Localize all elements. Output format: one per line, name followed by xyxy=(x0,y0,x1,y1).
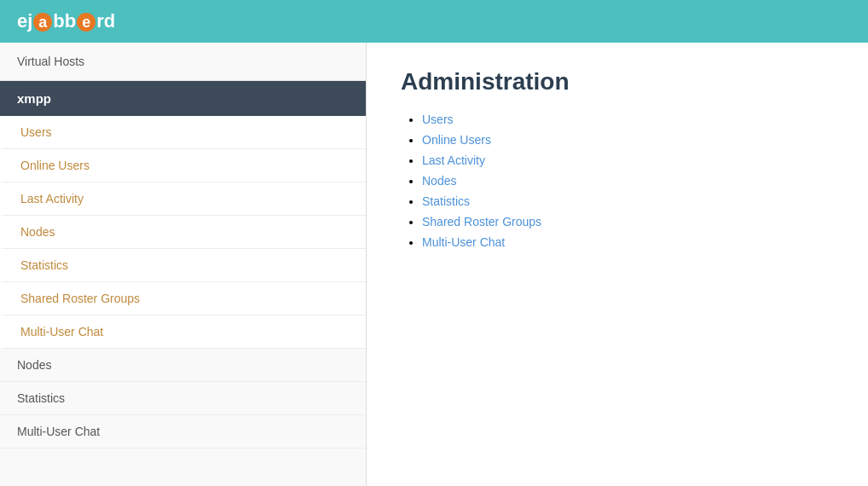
xmpp-section-header[interactable]: xmpp xyxy=(0,81,366,116)
list-item-users: Users xyxy=(422,113,834,126)
sidebar-item-users[interactable]: Users xyxy=(0,116,366,149)
sidebar-item-last-activity[interactable]: Last Activity xyxy=(0,182,366,216)
logo: ejabberd xyxy=(17,10,115,32)
list-item-online-users: Online Users xyxy=(422,133,834,147)
sidebar-item-online-users[interactable]: Online Users xyxy=(0,149,366,182)
sidebar-item-statistics-plain-label: Statistics xyxy=(17,391,65,405)
logo-circle-e-icon: e xyxy=(77,13,95,32)
page-title: Administration xyxy=(401,68,834,95)
list-item-statistics: Statistics xyxy=(422,194,834,208)
sidebar-item-shared-roster-groups-label: Shared Roster Groups xyxy=(20,292,140,305)
sidebar-item-multi-user-chat-plain-label: Multi-User Chat xyxy=(17,425,100,438)
sidebar-item-statistics-label: Statistics xyxy=(20,258,68,272)
online-users-link[interactable]: Online Users xyxy=(422,133,491,147)
admin-links-list: Users Online Users Last Activity Nodes S… xyxy=(401,113,834,249)
list-item-last-activity: Last Activity xyxy=(422,153,834,167)
sidebar-item-multi-user-chat-label: Multi-User Chat xyxy=(20,325,103,338)
sidebar-item-multi-user-chat[interactable]: Multi-User Chat xyxy=(0,315,366,349)
main-content: Administration Users Online Users Last A… xyxy=(367,43,868,486)
logo-text: ejabberd xyxy=(17,10,115,32)
last-activity-link[interactable]: Last Activity xyxy=(422,153,485,167)
sidebar-item-last-activity-label: Last Activity xyxy=(20,192,84,205)
multi-user-chat-link[interactable]: Multi-User Chat xyxy=(422,235,505,249)
users-link[interactable]: Users xyxy=(422,113,454,126)
sidebar-item-statistics-plain[interactable]: Statistics xyxy=(0,382,366,415)
statistics-link[interactable]: Statistics xyxy=(422,194,470,208)
sidebar-item-shared-roster-groups[interactable]: Shared Roster Groups xyxy=(0,282,366,315)
list-item-nodes: Nodes xyxy=(422,174,834,188)
sidebar-item-users-label: Users xyxy=(20,125,52,139)
sidebar: Virtual Hosts xmpp Users Online Users La… xyxy=(0,43,367,486)
list-item-multi-user-chat: Multi-User Chat xyxy=(422,235,834,249)
sidebar-item-nodes-plain[interactable]: Nodes xyxy=(0,349,366,382)
list-item-shared-roster-groups: Shared Roster Groups xyxy=(422,215,834,229)
shared-roster-groups-link[interactable]: Shared Roster Groups xyxy=(422,215,541,229)
sidebar-item-nodes-plain-label: Nodes xyxy=(17,358,51,372)
virtual-hosts-link[interactable]: Virtual Hosts xyxy=(0,43,366,81)
sidebar-item-online-users-label: Online Users xyxy=(20,159,90,172)
sidebar-item-multi-user-chat-plain[interactable]: Multi-User Chat xyxy=(0,415,366,448)
layout: Virtual Hosts xmpp Users Online Users La… xyxy=(0,43,868,486)
sidebar-item-statistics[interactable]: Statistics xyxy=(0,249,366,282)
sidebar-item-nodes-label: Nodes xyxy=(20,225,55,239)
nodes-link[interactable]: Nodes xyxy=(422,174,456,188)
header: ejabberd xyxy=(0,0,868,43)
sidebar-item-nodes[interactable]: Nodes xyxy=(0,216,366,249)
logo-circle-icon: a xyxy=(33,13,52,32)
